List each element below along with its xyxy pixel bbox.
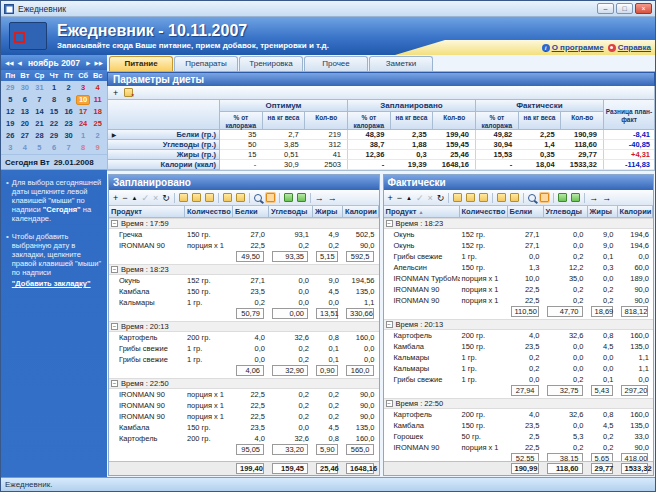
calendar-day[interactable]: 31 — [32, 83, 47, 93]
add-param-icon[interactable]: + — [113, 88, 118, 98]
calendar-day[interactable]: 11 — [90, 95, 105, 105]
next-month-icon[interactable]: ▶ — [84, 60, 92, 66]
table-row[interactable]: IRONMAN 90порция x 122,50,20,290,0 — [384, 295, 654, 306]
calendar-day[interactable]: 27 — [18, 131, 33, 141]
calendar-day[interactable]: 6 — [47, 143, 62, 153]
calendar-day[interactable]: 29 — [47, 131, 62, 141]
move-right-icon[interactable]: → — [315, 193, 324, 203]
delete-row-icon[interactable]: − — [397, 193, 402, 203]
column-header-1[interactable]: Количество — [460, 206, 508, 218]
calendar-day[interactable]: 2 — [90, 131, 105, 141]
table-row[interactable]: Окунь152 гр.27,10,09,0194,56 — [109, 275, 379, 286]
calendar-day[interactable]: 18 — [90, 107, 105, 117]
calendar-day[interactable]: 8 — [47, 95, 62, 105]
calendar-day[interactable]: 16 — [61, 107, 76, 117]
calendar-day[interactable]: 9 — [90, 143, 105, 153]
table-row[interactable]: Камбала150 гр.23,50,04,5135,0 — [109, 422, 379, 433]
table-row[interactable]: IRONMAN ТурбоМаспорция x 110,035,00,0189… — [384, 273, 654, 284]
add-row-icon[interactable]: + — [113, 193, 118, 203]
calendar-day[interactable]: 14 — [32, 107, 47, 117]
table-row[interactable]: Картофель200 гр.4,032,60,8160,0 — [109, 433, 379, 444]
about-link[interactable]: iО программе — [542, 43, 604, 52]
table-row[interactable]: IRONMAN 90порция x 122,50,20,290,0 — [109, 240, 379, 251]
collapse-icon[interactable]: − — [386, 321, 393, 328]
group-row[interactable]: −Время : 20:13 — [384, 319, 654, 330]
calendar-day[interactable]: 7 — [32, 95, 47, 105]
calendar-day[interactable]: 22 — [47, 119, 62, 129]
table-row[interactable]: Гречка150 гр.27,093,14,9502,5 — [109, 229, 379, 240]
table-row[interactable]: IRONMAN 90порция x 122,50,20,290,0 — [109, 389, 379, 400]
export-icon[interactable] — [284, 193, 293, 202]
maximize-button[interactable]: □ — [616, 3, 633, 14]
table-row[interactable]: Камбала150 гр.23,50,04,5135,0 — [109, 286, 379, 297]
collapse-icon[interactable]: − — [111, 323, 118, 330]
column-header-5[interactable]: Калории — [618, 206, 654, 218]
calendar-day[interactable]: 17 — [76, 107, 91, 117]
table-row[interactable]: Картофель200 гр.4,032,60,8160,0 — [109, 332, 379, 343]
today-button[interactable]: Сегодня Вт 29.01.2008 — [1, 154, 107, 169]
edit-row-icon[interactable]: ▲ — [406, 193, 412, 203]
add-record-icon[interactable] — [179, 193, 188, 202]
export-icon[interactable] — [558, 193, 567, 202]
collapse-icon[interactable]: − — [111, 380, 118, 387]
next-year-icon[interactable]: ▶▶ — [93, 60, 105, 66]
collapse-icon[interactable]: − — [111, 220, 118, 227]
table-row[interactable]: Горошек50 гр.2,55,30,233,0 — [384, 431, 654, 442]
table-row[interactable]: Камбала150 гр.23,50,04,5135,0 — [384, 420, 654, 431]
calendar-day[interactable]: 30 — [61, 131, 76, 141]
delete-row-icon[interactable]: − — [122, 193, 127, 203]
column-header-4[interactable]: Жиры — [588, 206, 618, 218]
table-row[interactable]: Картофель200 гр.4,032,60,8160,0 — [384, 330, 654, 341]
accept-icon[interactable]: ✓ — [141, 193, 149, 203]
column-header-4[interactable]: Жиры — [313, 206, 343, 218]
save-template-icon[interactable] — [236, 193, 245, 202]
edit-row-icon[interactable]: ▲ — [132, 193, 138, 203]
diet-row[interactable]: Калории (ккал)-30,92503-19,391648,16-18,… — [108, 160, 654, 170]
tab-1[interactable]: Препараты — [174, 56, 238, 71]
calendar-day[interactable]: 25 — [90, 119, 105, 129]
delete-record-icon[interactable] — [205, 193, 214, 202]
diet-row[interactable]: Углеводы (гр.)503,8531238,71,88159,4530,… — [108, 140, 654, 150]
add-template-icon[interactable] — [497, 193, 506, 202]
column-header-0[interactable]: Продукт — [109, 206, 185, 218]
collapse-icon[interactable]: − — [386, 220, 393, 227]
import-icon[interactable] — [297, 193, 306, 202]
tab-2[interactable]: Тренировка — [239, 56, 303, 71]
table-row[interactable]: Грибы свежие1 гр.0,00,20,10,0 — [384, 251, 654, 262]
column-header-2[interactable]: Белки — [233, 206, 269, 218]
calendar-day[interactable]: 2 — [61, 83, 76, 93]
calendar-day[interactable]: 28 — [32, 131, 47, 141]
column-header-2[interactable]: Белки — [508, 206, 544, 218]
minimize-button[interactable]: – — [597, 3, 614, 14]
accept-icon[interactable]: ✓ — [416, 193, 424, 203]
add-record-icon[interactable] — [453, 193, 462, 202]
calendar-day[interactable]: 4 — [18, 143, 33, 153]
cancel-icon[interactable]: × — [153, 193, 158, 203]
calendar-day[interactable]: 4 — [90, 83, 105, 93]
calendar-day[interactable]: 8 — [76, 143, 91, 153]
zoom-icon[interactable] — [254, 194, 262, 202]
calendar-day[interactable]: 7 — [61, 143, 76, 153]
table-row[interactable]: IRONMAN 90порция x 122,50,20,290,0 — [384, 442, 654, 453]
delete-param-icon[interactable]: × — [124, 88, 133, 97]
tab-3[interactable]: Прочее — [304, 56, 368, 71]
calendar-day[interactable]: 1 — [47, 83, 62, 93]
cancel-icon[interactable]: × — [428, 193, 433, 203]
close-button[interactable]: × — [635, 3, 652, 14]
help-link[interactable]: Справка — [608, 43, 651, 52]
table-row[interactable]: IRONMAN 90порция x 122,50,20,290,0 — [109, 411, 379, 422]
zoom-icon[interactable] — [528, 194, 536, 202]
tab-4[interactable]: Заметки — [369, 56, 433, 71]
save-record-icon[interactable] — [466, 193, 475, 202]
table-row[interactable]: Грибы свежие1 гр.0,00,20,10,0 — [109, 343, 379, 354]
table-row[interactable]: IRONMAN 90порция x 122,50,20,290,0 — [109, 400, 379, 411]
refresh-icon[interactable]: ↻ — [437, 193, 445, 203]
calendar-day[interactable]: 10 — [76, 95, 91, 105]
add-bookmark-link[interactable]: "Добавить закладку" — [12, 279, 102, 288]
column-header-3[interactable]: Углеводы — [544, 206, 588, 218]
table-row[interactable]: Окунь152 гр.27,10,09,0194,6 — [384, 240, 654, 251]
group-row[interactable]: −Время : 17:59 — [109, 218, 379, 229]
add-template-icon[interactable] — [223, 193, 232, 202]
table-row[interactable]: Кальмары1 гр.0,20,00,01,1 — [384, 363, 654, 374]
calendar-day[interactable]: 13 — [18, 107, 33, 117]
